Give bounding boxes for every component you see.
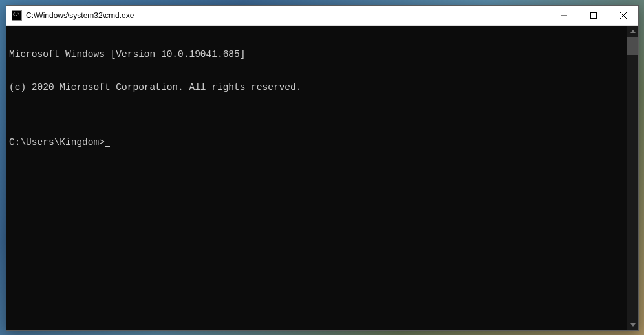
chevron-up-icon (630, 30, 636, 33)
close-icon (620, 12, 627, 19)
chevron-down-icon (630, 323, 636, 327)
svg-rect-1 (591, 13, 597, 19)
minimize-button[interactable] (549, 6, 579, 25)
maximize-button[interactable] (579, 6, 608, 25)
cmd-icon (12, 10, 22, 21)
terminal-prompt: C:\Users\Kingdom> (9, 137, 105, 148)
vertical-scrollbar[interactable] (627, 26, 638, 330)
window-title: C:\Windows\system32\cmd.exe (26, 11, 549, 20)
maximize-icon (590, 12, 597, 19)
minimize-icon (561, 12, 567, 19)
terminal-body: Microsoft Windows [Version 10.0.19041.68… (6, 26, 638, 330)
window-controls (549, 6, 638, 25)
scrollbar-down-arrow[interactable] (627, 319, 638, 330)
scrollbar-track[interactable] (627, 37, 638, 319)
scrollbar-up-arrow[interactable] (627, 26, 638, 37)
scrollbar-thumb[interactable] (627, 37, 638, 55)
cmd-window: C:\Windows\system32\cmd.exe Microsoft Wi… (6, 5, 639, 331)
terminal-cursor (105, 146, 110, 147)
terminal-content[interactable]: Microsoft Windows [Version 10.0.19041.68… (6, 26, 627, 330)
terminal-output-line: Microsoft Windows [Version 10.0.19041.68… (9, 49, 625, 60)
terminal-output-line: (c) 2020 Microsoft Corporation. All righ… (9, 82, 625, 93)
close-button[interactable] (608, 6, 638, 25)
titlebar[interactable]: C:\Windows\system32\cmd.exe (6, 6, 638, 26)
terminal-prompt-line: C:\Users\Kingdom> (9, 137, 625, 148)
